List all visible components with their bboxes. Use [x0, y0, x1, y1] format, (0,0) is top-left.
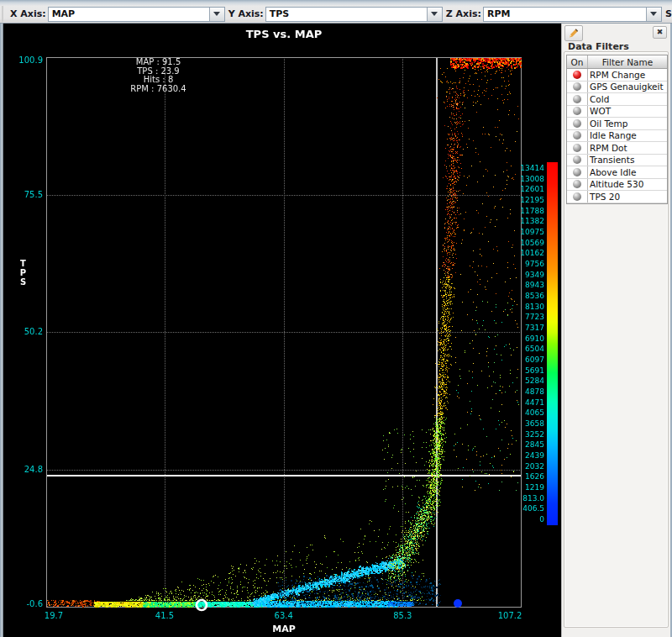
y-axis-value: TPS: [266, 8, 427, 19]
y-axis-select[interactable]: TPS: [265, 7, 443, 22]
z-axis-label: Z Axis:: [443, 8, 483, 19]
data-filters-table: OnFilter NameRPM ChangeGPS GenauigkeitCo…: [566, 55, 668, 204]
colorbar-tick-label: 7317: [507, 324, 544, 332]
filter-name-cell[interactable]: Idle Range: [588, 130, 667, 140]
filter-off-ball-icon[interactable]: [573, 168, 581, 176]
filter-toggle-cell[interactable]: [567, 82, 588, 93]
colorbar-tick-label: 6097: [507, 355, 544, 364]
filter-row[interactable]: Altitude 530: [567, 179, 667, 192]
x-tick-label: 63.4: [265, 611, 302, 620]
filter-off-ball-icon[interactable]: [573, 192, 581, 201]
filter-row[interactable]: Oil Temp: [567, 118, 667, 130]
y-axis-title: TPS: [18, 259, 28, 287]
filter-name-cell[interactable]: TPS 20: [588, 192, 667, 202]
filter-row[interactable]: WOT: [567, 106, 667, 118]
cursor-readout: MAP : 91.5TPS : 23.9Hits : 8RPM : 7630.4: [97, 58, 219, 93]
filter-row[interactable]: RPM Dot: [567, 142, 667, 155]
chart-region: TPS vs. MAP MAP : 91.5TPS : 23.9Hits : 8…: [0, 24, 561, 637]
chevron-down-icon[interactable]: [209, 8, 224, 21]
colorbar-tick-label: 813.0: [507, 494, 544, 503]
filter-name-cell[interactable]: Altitude 530: [588, 179, 667, 189]
scatter-canvas[interactable]: [0, 24, 561, 637]
filter-row[interactable]: GPS Genauigkeit: [567, 82, 667, 94]
colorbar-tick-label: 9349: [507, 271, 544, 279]
filter-name-cell[interactable]: Oil Temp: [588, 118, 667, 129]
filter-toggle-cell[interactable]: [567, 142, 588, 154]
close-button[interactable]: ✖: [653, 26, 667, 39]
filter-off-ball-icon[interactable]: [573, 131, 581, 140]
y-axis-label: Y Axis:: [225, 8, 265, 19]
colorbar-tick-label: 406.5: [507, 504, 544, 513]
cursor-readout-line: MAP : 91.5: [97, 58, 219, 67]
data-filters-panel: ✖ Data Filters OnFilter NameRPM ChangeGP…: [561, 24, 672, 637]
colorbar-tick-label: 10975: [507, 228, 544, 236]
colorbar-tick-label: 9756: [507, 260, 544, 268]
cursor-readout-line: Hits : 8: [97, 76, 219, 85]
filter-name-cell[interactable]: RPM Change: [588, 70, 667, 80]
filter-off-ball-icon[interactable]: [573, 95, 581, 103]
y-tick-label: 50.2: [4, 327, 43, 336]
colorbar-tick-label: 4065: [507, 408, 544, 417]
filter-toggle-cell[interactable]: [567, 93, 588, 105]
filter-name-cell[interactable]: GPS Genauigkeit: [588, 82, 667, 92]
scales-button[interactable]: Scales: [662, 8, 672, 19]
x-axis-value: MAP: [49, 8, 209, 19]
colorbar-tick-label: 6910: [507, 334, 544, 343]
colorbar-tick-label: 8943: [507, 281, 544, 289]
filter-off-ball-icon[interactable]: [573, 82, 581, 91]
colorbar-tick-label: 10162: [507, 249, 544, 257]
filter-toggle-cell[interactable]: [567, 179, 588, 191]
filter-row[interactable]: RPM Change: [567, 69, 667, 82]
column-header-filter-name: Filter Name: [588, 55, 667, 68]
filter-name-cell[interactable]: Above Idle: [588, 167, 667, 177]
filter-toggle-cell[interactable]: [567, 155, 588, 166]
close-icon: ✖: [657, 29, 664, 36]
filter-off-ball-icon[interactable]: [573, 180, 581, 188]
filter-off-ball-icon[interactable]: [573, 107, 581, 115]
filter-off-ball-icon[interactable]: [573, 155, 581, 164]
filter-toggle-cell[interactable]: [567, 166, 588, 178]
cursor-readout-line: RPM : 7630.4: [97, 85, 219, 94]
colorbar-tick-label: 5691: [507, 366, 544, 375]
filter-off-ball-icon[interactable]: [573, 119, 581, 128]
z-axis-select[interactable]: RPM: [483, 7, 662, 22]
x-axis-select[interactable]: MAP: [48, 7, 225, 22]
colorbar-tick-label: 2032: [507, 462, 544, 471]
y-tick-label: 100.9: [4, 55, 43, 65]
colorbar-tick-label: 4878: [507, 387, 544, 396]
filter-row[interactable]: Transients: [567, 155, 667, 167]
colorbar-tick-label: 5284: [507, 376, 544, 385]
filter-row[interactable]: TPS 20: [567, 191, 667, 203]
colorbar-tick-label: 6504: [507, 345, 544, 353]
z-axis-value: RPM: [484, 8, 646, 19]
colorbar-tick-label: 11382: [507, 217, 544, 225]
colorbar-tick-label: 3658: [507, 419, 544, 428]
colorbar-tick-label: 7723: [507, 313, 544, 321]
toolbar-drag-handle[interactable]: [2, 6, 3, 22]
filter-toggle-cell[interactable]: [567, 118, 588, 129]
chevron-down-icon[interactable]: [646, 8, 661, 21]
filter-name-cell[interactable]: Cold: [588, 94, 667, 104]
y-tick-label: 75.5: [4, 190, 43, 199]
colorbar-tick-label: 11788: [507, 207, 544, 215]
edit-button[interactable]: [564, 25, 583, 41]
filter-name-cell[interactable]: RPM Dot: [588, 143, 667, 153]
filter-toggle-cell[interactable]: [567, 130, 588, 142]
filter-name-cell[interactable]: WOT: [588, 106, 667, 116]
filter-toggle-cell[interactable]: [567, 69, 588, 81]
filter-toggle-cell[interactable]: [567, 106, 588, 118]
colorbar-tick-label: 1626: [507, 472, 544, 481]
filter-toggle-cell[interactable]: [567, 191, 588, 203]
filter-row[interactable]: Cold: [567, 93, 667, 106]
filter-row[interactable]: Above Idle: [567, 166, 667, 179]
window-left-border: [0, 24, 3, 637]
colorbar-tick-label: 12601: [507, 185, 544, 193]
chevron-down-icon[interactable]: [427, 8, 442, 21]
filter-on-ball-icon[interactable]: [573, 71, 581, 79]
filter-row[interactable]: Idle Range: [567, 130, 667, 143]
x-axis-title: MAP: [46, 624, 522, 634]
colorbar-tick-label: 2845: [507, 440, 544, 449]
colorbar-tick-label: 1219: [507, 483, 544, 492]
filter-off-ball-icon[interactable]: [573, 144, 581, 152]
filter-name-cell[interactable]: Transients: [588, 155, 667, 165]
